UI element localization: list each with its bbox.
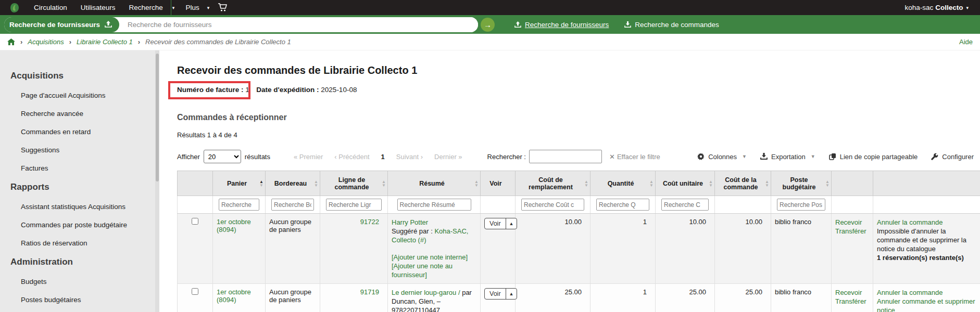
chevron-down-icon[interactable]: ▾ [206,5,214,10]
add-vendor-note-link[interactable]: [Ajouter une note au fournisseur] [392,262,453,279]
sidebar-item-advanced-search[interactable]: Recherche avancée [0,105,155,123]
col-cout-unitaire[interactable]: Coût unitaire ▲▼ [656,171,715,196]
row-checkbox[interactable] [192,218,198,225]
filter-cout-unitaire[interactable] [661,199,709,211]
order-line-link[interactable]: 91719 [360,288,379,296]
scrollbar-thumb[interactable] [156,54,159,181]
nav-plus[interactable]: Plus [179,4,206,11]
pagination-prev[interactable]: ‹ Précédent [334,153,369,161]
configure-button[interactable]: Configurer [931,153,974,161]
sidebar-heading-acquisitions: Acquisitions [0,66,155,86]
page-size-select[interactable]: 20 [204,150,241,163]
upload-icon [105,21,112,28]
crumb-vendor[interactable]: Librairie Collecto 1 [77,38,133,46]
col-bordereau[interactable]: Bordereau ▲▼ [266,171,320,196]
search-bar: Recherche de fournisseurs → Recherche de… [0,15,980,34]
row-checkbox[interactable] [192,288,198,295]
crumb-acquisitions[interactable]: Acquisitions [28,38,64,46]
receive-link[interactable]: Recevoir [835,218,862,226]
sidebar-item-currencies[interactable]: Devises [0,309,155,312]
home-icon[interactable] [7,38,15,46]
sidebar-item-orders-by-fund[interactable]: Commandes par poste budgétaire [0,216,155,234]
cart-icon[interactable] [218,3,228,12]
filter-panier[interactable] [219,199,259,211]
transfer-link[interactable]: Transférer [835,297,866,305]
nav-circulation[interactable]: Circulation [27,4,74,11]
pagination-last[interactable]: Dernier » [434,153,462,161]
sidebar-item-funds[interactable]: Postes budgétaires [0,291,155,309]
download-icon [624,21,631,28]
filter-cout-remplacement[interactable] [521,199,584,211]
receive-link[interactable]: Recevoir [835,289,862,296]
main-content: Recevoir des commandes de Librairie Coll… [159,50,980,312]
replacement-cost: 10.00 [516,214,590,284]
col-quantite[interactable]: Quantité ▲▼ [590,171,656,196]
basket-link[interactable]: 1er octobre (8094) [217,218,251,233]
sidebar-item-acquisitions-home[interactable]: Page d'accueil Acquisitions [0,86,155,105]
add-internal-note-link[interactable]: [Ajouter une note interne] [392,253,468,261]
user-menu[interactable]: koha-sac Collecto ▾ [904,4,973,11]
gear-icon [697,153,705,160]
page-title: Recevoir des commandes de Librairie Coll… [177,64,980,76]
chevron-down-icon[interactable]: ▾ [171,5,179,10]
col-panier[interactable]: Panier ▲▼ [213,171,266,196]
filter-bordereau[interactable] [271,199,314,211]
col-ligne-commande[interactable]: Ligne de commande ▲▼ [320,171,388,196]
col-resume[interactable]: Résumé ▲▼ [388,171,481,196]
breadcrumb: › Acquisitions › Librairie Collecto 1 › … [0,34,980,50]
vendor-search-input[interactable] [119,17,478,32]
biblio-title-link[interactable]: Harry Potter [392,218,428,226]
quantity: 1 [590,284,656,312]
sidebar-item-late-orders[interactable]: Commandes en retard [0,123,155,141]
col-cout-remplacement[interactable]: Coût de remplacement ▲▼ [516,171,590,196]
pagination-first[interactable]: « Premier [294,153,323,161]
user-login: koha-sac [904,4,933,11]
sidebar-item-invoices[interactable]: Factures [0,159,155,177]
clear-filter-button[interactable]: ✕ Effacer le filtre [609,153,660,161]
pagination-next[interactable]: Suivant › [396,153,423,161]
view-button-label[interactable]: Voir [485,218,506,229]
link-order-search[interactable]: Recherche de commandes [624,21,719,29]
sort-icon: ▲▼ [765,180,769,187]
filter-ligne-commande[interactable] [326,199,382,211]
nav-utilisateurs[interactable]: Utilisateurs [74,4,122,11]
nav-recherche[interactable]: Recherche [122,4,170,11]
columns-button[interactable]: Colonnes ▼ [697,153,747,161]
sidebar-item-budgets[interactable]: Budgets [0,272,155,291]
help-link[interactable]: Aide [959,38,973,46]
filter-quantite[interactable] [596,199,649,211]
order-line-link[interactable]: 91722 [360,218,379,226]
export-button[interactable]: Exportation ▼ [760,153,815,161]
link-vendor-search[interactable]: Recherche de fournisseurs [514,21,609,29]
breadcrumb-separator: › [20,38,22,46]
filter-poste-budgetaire[interactable] [777,199,825,211]
sidebar-scrollbar[interactable] [155,50,159,312]
cancel-order-link[interactable]: Annuler la commande [877,218,943,226]
search-submit-button[interactable]: → [481,18,495,32]
sidebar-item-hold-ratios[interactable]: Ratios de réservation [0,234,155,252]
view-button-label[interactable]: Voir [485,289,506,299]
arrow-right-icon: → [484,18,492,31]
table-search-input[interactable] [529,150,602,163]
sidebar-item-stats-wizard[interactable]: Assistant statistiques Acquisitions [0,198,155,216]
col-poste-budgetaire[interactable]: Poste budgétaire ▲▼ [771,171,832,196]
holds-remaining: 1 réservation(s) restante(s) [877,253,976,262]
transfer-link[interactable]: Transférer [835,227,866,235]
share-link-button[interactable]: Lien de copie partageable [829,153,918,161]
biblio-title-link[interactable]: Le dernier loup-garou / [392,289,460,296]
pagination: « Premier ‹ Précédent 1 Suivant › Dernie… [294,153,462,161]
view-split-button[interactable]: Voir ▲ [484,288,517,300]
basket-link[interactable]: 1er octobre (8094) [217,288,251,304]
cancel-delete-link[interactable]: Annuler commande et supprimer notice [877,297,975,312]
cancel-order-link[interactable]: Annuler la commande [877,289,943,296]
chevron-up-icon[interactable]: ▲ [506,218,517,229]
sort-icon: ▲▼ [649,180,654,187]
view-split-button[interactable]: Voir ▲ [484,218,517,229]
col-cout-commande[interactable]: Coût de la commande ▲▼ [715,171,771,196]
filter-resume[interactable] [397,199,471,211]
chevron-up-icon[interactable]: ▲ [506,289,517,299]
sidebar-item-suggestions[interactable]: Suggestions [0,141,155,159]
table-search-label: Rechercher : [487,153,526,161]
search-type-tab[interactable]: Recherche de fournisseurs [4,17,119,32]
pagination-current-page[interactable]: 1 [381,153,385,161]
